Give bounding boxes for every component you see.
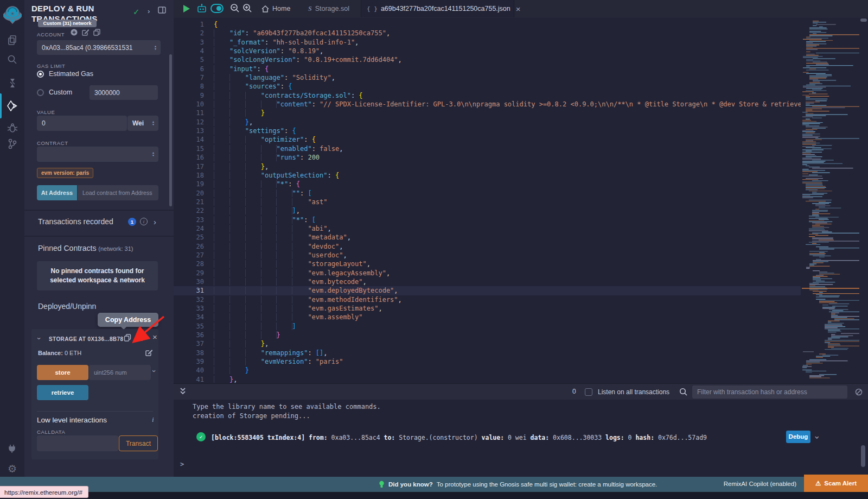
code-line[interactable]: 20 "": [ <box>174 189 801 198</box>
code-line[interactable]: 15 "enabled": false, <box>174 144 801 153</box>
code-line[interactable]: 17 }, <box>174 162 801 171</box>
code-line[interactable]: 26 "devdoc", <box>174 242 801 251</box>
transactions-info-icon[interactable]: i <box>140 218 148 225</box>
remix-logo-icon[interactable] <box>0 4 24 26</box>
solidity-compiler-icon[interactable] <box>0 74 24 92</box>
unit-stepper-icon[interactable] <box>152 121 155 126</box>
code-line[interactable]: 11 } <box>174 109 801 117</box>
account-select[interactable]: 0xA03...85ac4 (0.39866531531 <box>37 40 161 55</box>
custom-gas-radio[interactable] <box>37 89 44 96</box>
code-line[interactable]: 10 "content": "// SPDX-License-Identifie… <box>174 100 801 109</box>
remixai-robot-icon[interactable] <box>196 3 207 16</box>
expand-terminal-icon[interactable] <box>179 386 187 399</box>
code-line[interactable]: 25 "metadata", <box>174 233 801 242</box>
close-tab-icon[interactable] <box>516 4 521 14</box>
zoom-out-icon[interactable] <box>230 3 240 15</box>
edit-balance-icon[interactable] <box>145 349 152 358</box>
store-button[interactable]: store <box>37 365 88 380</box>
terminal-output[interactable]: Type the library name to see available c… <box>174 400 868 477</box>
collapse-contract-icon[interactable] <box>35 337 43 339</box>
store-arg-input[interactable]: uint256 num <box>89 365 151 380</box>
value-input[interactable]: 0 <box>37 116 127 131</box>
custom-gas-input[interactable]: 3000000 <box>90 85 158 100</box>
code-line[interactable]: 8 "sources": { <box>174 82 801 91</box>
debug-button[interactable]: Debug <box>786 431 810 443</box>
terminal-scrollbar[interactable] <box>861 445 865 467</box>
copy-account-icon[interactable] <box>93 29 100 37</box>
code-line[interactable]: 13 "settings": { <box>174 127 801 135</box>
editor-scrollbar-thumb[interactable] <box>860 18 867 22</box>
code-line[interactable]: 40 } <box>174 366 801 375</box>
code-line[interactable]: 3 "_format": "hh-sol-build-info-1", <box>174 38 801 47</box>
code-line[interactable]: 12 }, <box>174 118 801 127</box>
git-icon[interactable] <box>0 135 24 153</box>
scam-alert-button[interactable]: Scam Alert <box>804 475 868 492</box>
plugin-manager-icon[interactable] <box>0 439 24 457</box>
code-line[interactable]: 36 } <box>174 331 801 339</box>
code-line[interactable]: 38 "remappings": [], <box>174 349 801 357</box>
run-script-icon[interactable] <box>183 5 190 12</box>
code-line[interactable]: 9 "contracts/Storage.sol": { <box>174 91 801 100</box>
terminal-prompt[interactable]: > <box>180 460 184 468</box>
code-line[interactable]: 19 "*": { <box>174 180 801 188</box>
code-line[interactable]: 37 }, <box>174 339 801 348</box>
code-line[interactable]: 16 "runs": 200 <box>174 153 801 162</box>
clear-filter-icon[interactable] <box>855 388 863 398</box>
at-address-button[interactable]: At Address <box>37 185 77 200</box>
code-line[interactable]: 29 "evm.legacyAssembly", <box>174 269 801 277</box>
low-level-info-icon[interactable]: i <box>152 415 154 424</box>
deploy-and-run-icon[interactable] <box>0 97 24 115</box>
file-explorer-icon[interactable] <box>0 30 24 49</box>
code-line[interactable]: 1{ <box>174 20 801 29</box>
code-line[interactable]: 14 "optimizer": { <box>174 135 801 144</box>
settings-icon[interactable] <box>0 459 24 478</box>
account-stepper-icon[interactable] <box>154 45 157 50</box>
retrieve-button[interactable]: retrieve <box>37 385 88 400</box>
zoom-in-icon[interactable] <box>242 3 252 15</box>
code-line[interactable]: 30 "evm.bytecode", <box>174 277 801 286</box>
edit-account-icon[interactable] <box>82 29 89 37</box>
minimap[interactable] <box>801 18 861 383</box>
transactions-expand-icon[interactable] <box>154 217 156 226</box>
code-line[interactable]: 22 ], <box>174 206 801 215</box>
copilot-toggle-icon[interactable] <box>210 4 224 15</box>
estimated-gas-radio[interactable] <box>37 71 44 78</box>
code-line[interactable]: 27 "userdoc", <box>174 251 801 260</box>
code-line[interactable]: 32 "evm.methodIdentifiers", <box>174 295 801 304</box>
panel-chevron-icon[interactable] <box>148 7 150 15</box>
expand-store-icon[interactable] <box>150 370 158 372</box>
code-line[interactable]: 41 }, <box>174 375 801 383</box>
code-line[interactable]: 21 "ast" <box>174 198 801 206</box>
debugger-icon[interactable] <box>0 118 24 137</box>
tab-home[interactable]: Home <box>256 0 296 17</box>
code-line[interactable]: 7 "language": "Solidity", <box>174 73 801 82</box>
tx-log-text[interactable]: [block:5583405 txIndex:4] from: 0xa03...… <box>211 434 707 441</box>
calldata-input[interactable] <box>37 435 118 451</box>
code-line[interactable]: 4 "solcVersion": "0.8.19", <box>174 47 801 55</box>
expand-log-icon[interactable] <box>812 435 822 440</box>
tab-json-active[interactable]: { } a69b43f277ba20fcac141151250ca755.jso… <box>361 0 514 17</box>
transact-button[interactable]: Transact <box>119 435 158 451</box>
code-line[interactable]: 33 "evm.gasEstimates", <box>174 304 801 313</box>
load-contract-input[interactable]: Load contract from Address <box>78 185 158 200</box>
code-line[interactable]: 2 "id": "a69b43f277ba20fcac141151250ca75… <box>174 29 801 37</box>
listen-checkbox[interactable] <box>585 388 592 396</box>
panel-scrollbar[interactable] <box>169 54 172 206</box>
copilot-status[interactable]: RemixAI Copilot (enabled) <box>724 481 796 487</box>
contract-select[interactable] <box>37 147 158 162</box>
code-line[interactable]: 18 "outputSelection": { <box>174 171 801 180</box>
code-line[interactable]: 23 "*": [ <box>174 216 801 224</box>
value-unit-select[interactable]: Wei <box>127 116 158 131</box>
tab-storage-sol[interactable]: S Storage.sol <box>303 0 355 17</box>
add-account-icon[interactable] <box>71 29 78 37</box>
search-icon[interactable] <box>0 50 24 68</box>
code-line[interactable]: 6 "input": { <box>174 65 801 73</box>
pin-panel-icon[interactable] <box>158 7 166 15</box>
code-line[interactable]: 31 "evm.deployedBytecode", <box>174 286 801 295</box>
code-line[interactable]: 28 "storageLayout", <box>174 260 801 268</box>
code-line[interactable]: 24 "abi", <box>174 224 801 233</box>
contract-stepper-icon[interactable] <box>152 151 155 157</box>
code-line[interactable]: 34 "evm.assembly" <box>174 313 801 321</box>
code-line[interactable]: 35 ] <box>174 322 801 331</box>
code-line[interactable]: 39 "evmVersion": "paris" <box>174 357 801 366</box>
